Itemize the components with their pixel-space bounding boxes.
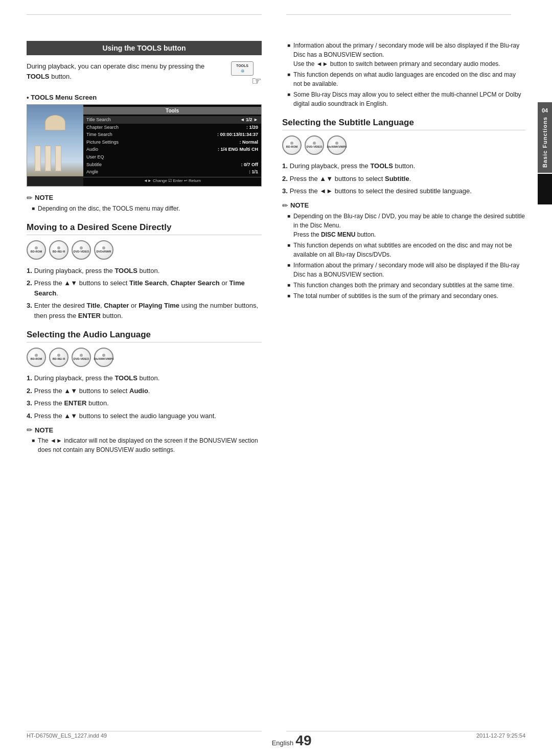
subtitle-note-section: ✏ NOTE ■ Depending on the Blu-ray Disc /…: [282, 201, 525, 301]
tools-menu-panel: Tools Title Search◄ 1/2 ► Chapter Search…: [83, 105, 261, 186]
footer-filename: HT-D6750W_ELS_1227.indd 49: [27, 732, 107, 749]
audio-step-1: 1. During playback, press the TOOLS butt…: [27, 373, 262, 383]
tools-menu-thumbnail: [27, 105, 83, 176]
tools-menu-mockup: Tools Title Search◄ 1/2 ► Chapter Search…: [27, 104, 262, 187]
note-bullet-icon-s2: ■: [287, 241, 290, 249]
note-bullet-icon-r1: ■: [287, 41, 290, 49]
subtitle-disc-badge-dvdvideo: DVD-VIDEO: [305, 135, 324, 155]
audio-disc-badges: BD-ROM BD-RE/-R DVD-VIDEO DivX/MKV/MP4: [27, 348, 262, 367]
right-top-bullets: ■ Information about the primary / second…: [282, 41, 525, 108]
left-column: Using the TOOLS button During playback, …: [27, 41, 262, 460]
note-bullet-icon-2: ■: [32, 437, 35, 444]
subtitle-disc-badges: BD-ROM DVD-VIDEO DivX/MKV/MP4: [282, 135, 525, 155]
tools-intro-text: During playback, you can operate disc me…: [27, 61, 262, 89]
tools-button-graphic: TOOLS ⚙️ ☞: [231, 61, 262, 89]
audio-disc-badge-bdrer: BD-RE/-R: [49, 348, 68, 367]
tools-note-label: NOTE: [35, 194, 53, 201]
chapter-tab-black: [538, 174, 552, 204]
audio-disc-badge-bdrom: BD-ROM: [27, 348, 46, 367]
disc-badge-dvdrwr: DVD±RW/R: [94, 240, 113, 260]
subtitle-disc-badge-divx: DivX/MKV/MP4: [327, 135, 347, 155]
moving-section-title: Moving to a Desired Scene Directly: [27, 222, 262, 235]
tools-section-title: Using the TOOLS button: [27, 41, 262, 55]
disc-badge-bdrer: BD-RE/-R: [49, 240, 68, 260]
note-bullet-icon-s3: ■: [287, 261, 290, 269]
note-pencil-icon-3: ✏: [282, 201, 288, 210]
disc-badge-bdrom: BD-ROM: [27, 240, 46, 260]
note-pencil-icon-2: ✏: [27, 426, 33, 434]
note-bullet-icon-s5: ■: [287, 292, 290, 300]
tools-menu-footer: ◄► Change ☑ Enter ↩ Return: [83, 177, 261, 184]
hand-cursor-icon: ☞: [251, 73, 262, 89]
tools-menu-row-time: Time Search: 00:00:13/01:34:37: [83, 131, 261, 139]
audio-note-label: NOTE: [35, 426, 53, 434]
subtitle-note-header: ✏ NOTE: [282, 201, 525, 210]
audio-note-section: ✏ NOTE ■ The ◄► indicator will not be di…: [27, 426, 262, 454]
tools-note-text: Depending on the disc, the TOOLS menu ma…: [38, 204, 180, 213]
page-number: 49: [295, 732, 311, 749]
page-footer: HT-D6750W_ELS_1227.indd 49 English 49 20…: [27, 732, 525, 749]
audio-note-header: ✏ NOTE: [27, 426, 262, 434]
tools-intro-para: During playback, you can operate disc me…: [27, 61, 227, 81]
note-bullet-icon-s4: ■: [287, 281, 290, 289]
subtitle-note-item-4: ■ This function changes both the primary…: [282, 281, 525, 290]
tools-note-section: ✏ NOTE ■ Depending on the disc, the TOOL…: [27, 194, 262, 213]
moving-disc-badges: BD-ROM BD-RE/-R DVD-VIDEO DVD±RW/R: [27, 240, 262, 260]
tools-menu-row-title: Title Search◄ 1/2 ►: [83, 116, 261, 124]
right-bullet-2: ■ This function depends on what audio la…: [282, 70, 525, 88]
note-bullet-icon-r2: ■: [287, 71, 290, 78]
tools-note-item: ■ Depending on the disc, the TOOLS menu …: [27, 204, 262, 213]
subtitle-note-label: NOTE: [290, 201, 309, 209]
tools-note-header: ✏ NOTE: [27, 194, 262, 202]
thumbnail-dome: [45, 115, 65, 130]
disc-badge-dvdvideo: DVD-VIDEO: [72, 240, 91, 260]
thumbnail-pillar: [45, 146, 51, 171]
tools-menu-title: Tools: [83, 107, 261, 114]
tools-menu-row-subtitle: Subtitle: 0/7 Off: [83, 161, 261, 169]
page-english-label: English: [272, 739, 294, 747]
audio-note-item: ■ The ◄► indicator will not be displayed…: [27, 436, 262, 454]
subtitle-step-1: 1. During playback, press the TOOLS butt…: [282, 161, 525, 171]
audio-disc-badge-divx: DivX/MKV/MP4: [94, 348, 113, 367]
subtitle-section-title: Selecting the Subtitle Language: [282, 118, 525, 130]
thumbnail-pillars: [35, 146, 61, 171]
subtitle-step-2: 2. Press the ▲▼ buttons to select Subtit…: [282, 174, 525, 184]
audio-step-3: 3. Press the ENTER button.: [27, 398, 262, 408]
tools-button-rect: TOOLS ⚙️: [231, 61, 254, 76]
subtitle-note-item-1: ■ Depending on the Blu-ray Disc / DVD, y…: [282, 212, 525, 239]
moving-step-2: 2. Press the ▲▼ buttons to select Title …: [27, 278, 262, 298]
subtitle-note-item-5: ■ The total number of subtitles is the s…: [282, 291, 525, 301]
chapter-label: Basic Functions: [542, 117, 548, 168]
audio-section-title: Selecting the Audio Language: [27, 330, 262, 342]
footer-timestamp: 2011-12-27 9:25:54: [476, 732, 525, 749]
thumbnail-pillar: [35, 146, 41, 171]
tools-menu-row-picture: Picture Settings: Normal: [83, 139, 261, 146]
moving-step-1: 1. During playback, press the TOOLS butt…: [27, 266, 262, 276]
moving-step-3: 3. Enter the desired Title, Chapter or P…: [27, 301, 262, 320]
note-bullet-icon-r3: ■: [287, 90, 290, 98]
tools-menu-row-audio: Audio: 1/4 ENG Multi CH: [83, 146, 261, 153]
right-column: ■ Information about the primary / second…: [282, 41, 525, 460]
thumbnail-pillar: [55, 146, 61, 171]
audio-step-4: 4. Press the ▲▼ buttons to select the au…: [27, 411, 262, 421]
note-bullet-icon: ■: [32, 204, 35, 212]
subtitle-note-item-3: ■ Information about the primary / second…: [282, 261, 525, 279]
subtitle-note-item-2: ■ This function depends on what subtitle…: [282, 241, 525, 259]
audio-disc-badge-dvdvideo: DVD-VIDEO: [72, 348, 91, 367]
chapter-tab: 04 Basic Functions: [538, 102, 552, 173]
subtitle-step-3: 3. Press the ◄► buttons to select the de…: [282, 186, 525, 196]
audio-note-text: The ◄► indicator will not be displayed o…: [38, 436, 262, 454]
tools-menu-row-usereq: User EQ: [83, 153, 261, 161]
subtitle-disc-badge-bdrom: BD-ROM: [282, 135, 302, 155]
right-bullet-3: ■ Some Blu-ray Discs may allow you to se…: [282, 90, 525, 108]
note-bullet-icon-s1: ■: [287, 212, 290, 220]
right-bullet-1: ■ Information about the primary / second…: [282, 41, 525, 68]
tools-menu-row-chapter: Chapter Search: 1/20: [83, 124, 261, 131]
chapter-number: 04: [542, 107, 548, 113]
note-pencil-icon: ✏: [27, 194, 33, 202]
page-number-area: English 49: [272, 732, 312, 749]
tools-menu-screen-label: • TOOLS Menu Screen: [27, 94, 262, 101]
tools-menu-row-angle: Angle: 1/1: [83, 168, 261, 176]
audio-step-2: 2. Press the ▲▼ buttons to select Audio.: [27, 386, 262, 396]
